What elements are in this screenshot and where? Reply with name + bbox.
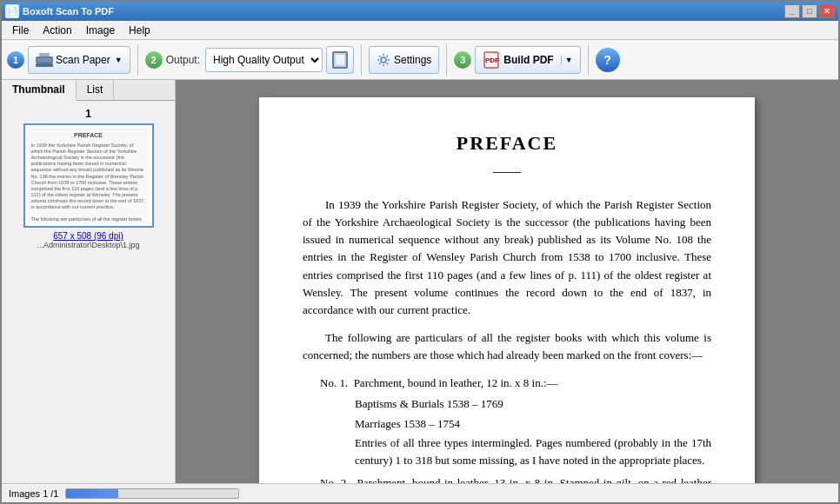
scanner-icon (36, 53, 53, 67)
minimize-button[interactable]: _ (784, 4, 800, 18)
svg-rect-2 (39, 53, 50, 56)
scan-paper-arrow: ▼ (115, 56, 123, 64)
output-label: Output: (166, 54, 200, 66)
doc-para-2: The following are particulars of all the… (303, 329, 711, 364)
title-bar: 📄 Boxoft Scan To PDF _ □ ✕ (2, 2, 838, 21)
tab-list[interactable]: List (77, 80, 115, 100)
doc-para-1: In 1939 the Yorkshire Parish Register So… (303, 196, 711, 319)
separator-1 (137, 44, 138, 76)
svg-rect-5 (335, 54, 345, 66)
settings-icon (377, 53, 390, 67)
menu-file[interactable]: File (5, 23, 36, 38)
step2-circle: 2 (145, 51, 163, 69)
quality-dropdown[interactable]: High Quality OutputStandard QualityLow Q… (205, 48, 323, 72)
svg-point-6 (381, 57, 386, 63)
list-label-2: No. 2. Parchment, bound in leather, 13 i… (320, 476, 711, 483)
thumbnail-resolution[interactable]: 657 x 508 (96 dpi) (53, 231, 123, 241)
step1-group: 1 Scan Paper ▼ (7, 46, 130, 74)
svg-rect-1 (37, 58, 51, 62)
doc-sub-item-3: Entries of all three types intermingled.… (355, 434, 711, 469)
step2-group: 2 Output: High Quality OutputStandard Qu… (145, 48, 323, 72)
page-size-button[interactable] (326, 46, 354, 74)
step3-circle: 3 (454, 51, 471, 69)
tab-thumbnail[interactable]: Thumbnail (2, 80, 77, 101)
status-bar: Images 1 /1 (2, 483, 838, 502)
pdf-icon: PDF (483, 51, 500, 69)
step3-group: 3 PDF Build PDF ▼ (454, 46, 580, 74)
doc-title: PREFACE (303, 132, 711, 155)
progress-bar (65, 488, 239, 499)
thumbnail-number: 1 (85, 108, 91, 120)
svg-rect-3 (36, 63, 53, 67)
menu-help[interactable]: Help (122, 23, 157, 38)
separator-3 (446, 44, 447, 76)
page-size-icon (332, 51, 348, 69)
app-icon: 📄 (5, 4, 19, 18)
window-title: Boxoft Scan To PDF (23, 6, 114, 17)
scan-paper-button[interactable]: Scan Paper ▼ (28, 46, 130, 74)
doc-list-item-2: No. 2. Parchment, bound in leather, 13 i… (320, 474, 711, 483)
menu-bar: File Action Image Help (2, 21, 838, 40)
thumbnail-image[interactable]: PREFACE In 1939 the Yorkshire Parish Reg… (23, 123, 154, 228)
doc-separator: —— (303, 163, 711, 179)
document-view: PREFACE —— In 1939 the Yorkshire Parish … (176, 80, 838, 483)
scan-paper-label: Scan Paper (56, 54, 110, 66)
close-button[interactable]: ✕ (819, 4, 835, 18)
svg-text:PDF: PDF (485, 56, 499, 64)
toolbar: 1 Scan Paper ▼ 2 Output: High Quality Ou… (2, 40, 838, 80)
doc-list-item-1: No. 1. Parchment, bound in leather, 12 i… (320, 375, 711, 392)
maximize-button[interactable]: □ (802, 4, 817, 18)
quality-select[interactable]: High Quality OutputStandard QualityLow Q… (206, 49, 322, 71)
build-pdf-button[interactable]: PDF Build PDF ▼ (475, 46, 580, 74)
build-pdf-arrow: ▼ (561, 56, 573, 64)
doc-sub-item-2: Marriages 1538 – 1754 (355, 415, 711, 433)
settings-button[interactable]: Settings (369, 46, 439, 74)
page-content: PREFACE —— In 1939 the Yorkshire Parish … (259, 97, 755, 483)
menu-image[interactable]: Image (79, 23, 122, 38)
list-label-1: No. 1. Parchment, bound in leather, 12 i… (320, 376, 558, 389)
application-window: 📄 Boxoft Scan To PDF _ □ ✕ File Action I… (0, 0, 840, 504)
menu-action[interactable]: Action (36, 23, 78, 38)
progress-bar-fill (66, 489, 117, 498)
thumbnail-preview: PREFACE In 1939 the Yorkshire Parish Reg… (28, 128, 150, 223)
tabs-row: Thumbnail List (2, 80, 175, 101)
doc-sub-item-1: Baptisms & Burials 1538 – 1769 (355, 395, 711, 413)
doc-body: In 1939 the Yorkshire Parish Register So… (303, 196, 711, 483)
settings-label: Settings (394, 54, 431, 66)
separator-2 (361, 44, 362, 76)
step1-circle: 1 (7, 51, 24, 69)
left-panel: Thumbnail List 1 PREFACE In 1939 the Yor… (2, 80, 176, 483)
thumbnail-path: ...Administrator\Desktop\1.jpg (37, 241, 139, 249)
thumbnail-item-1: 1 PREFACE In 1939 the Yorkshire Parish R… (9, 108, 168, 249)
thumbnail-area: 1 PREFACE In 1939 the Yorkshire Parish R… (2, 101, 175, 483)
window-controls: _ □ ✕ (784, 4, 835, 18)
main-content: Thumbnail List 1 PREFACE In 1939 the Yor… (2, 80, 838, 483)
build-pdf-label: Build PDF (503, 54, 553, 66)
help-button[interactable]: ? (596, 48, 620, 72)
status-images-label: Images 1 /1 (9, 488, 58, 499)
separator-4 (588, 44, 589, 76)
